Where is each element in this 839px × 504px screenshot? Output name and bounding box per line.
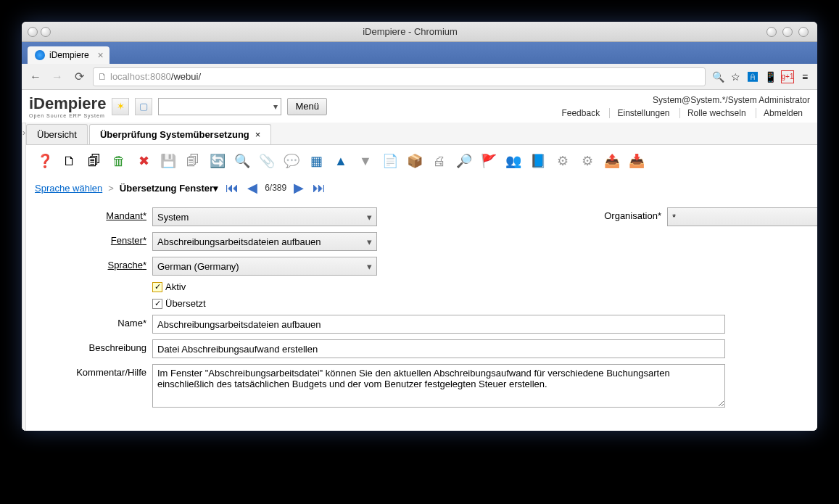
archive-icon[interactable]: 📦 [405,151,425,171]
url-input[interactable]: 🗋 localhost:8080/webui/ [93,67,706,86]
report-icon[interactable]: 📄 [380,151,400,171]
feedback-link[interactable]: Feedback [554,108,607,118]
form: Mandant System Organisation * Fenster Ab… [26,203,817,431]
find-icon[interactable]: 🔍 [232,151,252,171]
app-header: iDempiere Open Source ERP System ✶ ▢ Men… [22,90,817,123]
label-organisation: Organisation [604,210,661,221]
help-icon[interactable]: ❓ [35,151,55,171]
product-info-icon[interactable]: 📘 [528,151,548,171]
parent-up-icon[interactable]: ▲ [331,151,351,171]
switch-role-link[interactable]: Rolle wechseln [679,108,753,118]
bookmark-icon[interactable]: ☆ [729,70,742,83]
mandant-select[interactable]: System [152,207,377,226]
favicon-icon [35,50,45,60]
organisation-select[interactable]: * [667,207,817,226]
settings-link[interactable]: Einstellungen [609,108,677,118]
first-record-icon[interactable]: ⏮ [224,181,240,196]
chat-icon: 💬 [281,151,302,171]
url-host: localhost [110,71,147,82]
save-new-icon: 🗐 [183,151,203,171]
sprache-select[interactable]: German (Germany) [152,257,377,276]
label-kommentar: Kommentar/Hilfe [76,367,146,378]
copy-icon[interactable]: 🗐 [84,151,104,171]
breadcrumb-link[interactable]: Sprache wählen [35,183,102,194]
tab-overview[interactable]: Übersicht [26,124,88,144]
last-record-icon[interactable]: ⏭ [311,181,327,196]
delete-icon[interactable]: 🗑 [109,151,129,171]
label-name: Name [117,318,146,329]
zoom-icon[interactable]: 🔍 [711,70,724,83]
logo: iDempiere [29,94,106,112]
new-record-icon[interactable]: ✶ [112,98,129,115]
aktiv-checkbox[interactable]: ✓ [152,282,162,292]
action-toolbar: ❓ 🗋 🗐 🗑 ✖ 💾 🗐 🔄 🔍 📎 💬 ▦ ▲ ▼ 📄 📦 [26,145,817,177]
next-record-icon[interactable]: ▶ [292,180,305,196]
close-tab-icon[interactable]: × [255,129,261,140]
beschreibung-input[interactable] [152,339,725,358]
process-icon: ⚙ [553,151,573,171]
url-port: :8080 [147,71,171,82]
prev-record-icon[interactable]: ◀ [246,180,259,196]
logout-link[interactable]: Abmelden [756,108,810,118]
workflow-icon[interactable]: 🚩 [479,151,499,171]
tab-translation-check[interactable]: Überprüfung Systemübersetzung × [89,124,271,144]
save-icon: 💾 [158,151,178,171]
grid-toggle-icon[interactable]: ▦ [306,151,326,171]
label-aktiv: Aktiv [165,281,186,292]
window-menu-button[interactable] [28,27,38,37]
window-button[interactable] [41,27,51,37]
os-titlebar: iDempiere - Chromium [22,22,817,42]
detail-down-icon: ▼ [355,151,376,171]
maximize-button[interactable] [782,27,793,37]
forward-button[interactable]: → [49,69,65,85]
browser-tab-title: iDempiere [49,50,89,60]
label-uebersetzt: Übersetzt [165,298,206,309]
breadcrumb: Sprache wählen > Übersetzung Fenster▾ ⏮ … [26,177,817,203]
mobile-ext-icon[interactable]: 📱 [764,70,777,83]
user-context: System@System.*/System Administrator [554,95,810,105]
uebersetzt-checkbox[interactable]: ✓ [152,299,162,309]
label-fenster: Fenster [111,235,146,246]
page-icon: 🗋 [98,71,107,82]
attachment-icon: 📎 [257,151,277,171]
name-input[interactable] [152,315,725,334]
reload-button[interactable]: ⟳ [71,69,87,85]
translate-ext-icon[interactable]: 🅰 [746,70,759,83]
record-counter: 6/389 [265,183,286,193]
new-icon[interactable]: 🗋 [59,151,80,171]
close-window-button[interactable] [798,27,809,37]
browser-toolbar: ← → ⟳ 🗋 localhost:8080/webui/ 🔍 ☆ 🅰 📱 g+… [22,64,817,90]
export-icon[interactable]: 📤 [602,151,622,171]
url-path: /webui/ [171,71,201,82]
menu-icon[interactable]: ≡ [798,70,811,83]
minimize-button[interactable] [766,27,777,37]
logo-subtitle: Open Source ERP System [29,113,106,118]
refresh-icon[interactable]: 🔄 [207,151,228,171]
requests-icon[interactable]: 👥 [503,151,524,171]
gplus-ext-icon[interactable]: g+1 [781,70,794,83]
print-icon: 🖨 [429,151,450,171]
label-mandant: Mandant [106,210,146,221]
import-icon[interactable]: 📥 [627,151,647,171]
browser-tabstrip: iDempiere × [22,42,817,64]
window-title: iDempiere - Chromium [54,26,766,37]
breadcrumb-current[interactable]: Übersetzung Fenster▾ [120,183,218,194]
label-sprache: Sprache [108,260,146,270]
quick-search-dropdown[interactable] [158,98,281,115]
breadcrumb-separator: > [108,183,114,194]
menu-button[interactable]: Menü [287,98,327,115]
open-window-icon[interactable]: ▢ [135,98,152,115]
delete-selection-icon[interactable]: ✖ [133,151,154,171]
app-tabs: Übersicht Überprüfung Systemübersetzung … [26,123,817,145]
customize-icon: ⚙ [577,151,598,171]
zoom-across-icon[interactable]: 🔎 [454,151,474,171]
kommentar-textarea[interactable] [152,364,725,408]
browser-tab[interactable]: iDempiere × [28,46,109,64]
close-tab-icon[interactable]: × [98,49,104,61]
fenster-select[interactable]: Abschreibungsarbeitsdateien aufbauen [152,232,377,251]
back-button[interactable]: ← [28,69,44,85]
label-beschreibung: Beschreibung [89,342,147,353]
